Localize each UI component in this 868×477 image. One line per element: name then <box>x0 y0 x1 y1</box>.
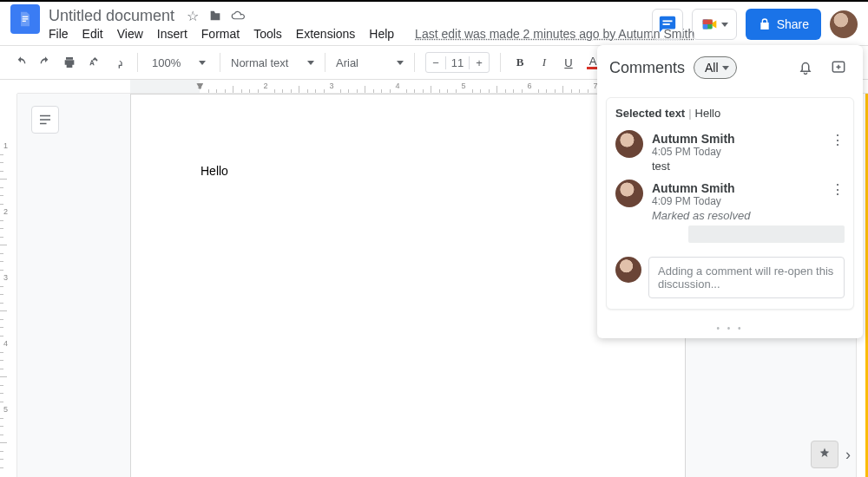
comment-time: 4:05 PM Today <box>652 146 845 158</box>
menu-view[interactable]: View <box>117 27 143 41</box>
comment-thread[interactable]: Selected text|Hello Autumn Smith 4:05 PM… <box>606 97 854 310</box>
bold-button[interactable]: B <box>511 50 529 75</box>
fontsize-stepper[interactable]: − 11 + <box>425 52 490 73</box>
fontsize-decrease[interactable]: − <box>426 53 445 72</box>
vertical-ruler[interactable]: 12345 <box>0 94 17 477</box>
menu-insert[interactable]: Insert <box>157 27 187 41</box>
menu-file[interactable]: File <box>49 27 69 41</box>
print-button[interactable] <box>61 50 78 75</box>
notifications-icon[interactable] <box>793 56 818 80</box>
share-label: Share <box>777 17 809 31</box>
reply-placeholder: Adding a comment will re-open this discu… <box>658 265 833 291</box>
explore-button[interactable] <box>811 441 838 468</box>
undo-button[interactable] <box>12 50 30 75</box>
underline-button[interactable]: U <box>560 50 577 75</box>
svg-rect-1 <box>23 18 29 19</box>
reply-avatar <box>615 257 641 283</box>
reply-input[interactable]: Adding a comment will re-open this discu… <box>648 257 845 298</box>
comments-filter-chip[interactable]: All <box>694 56 737 79</box>
fontsize-increase[interactable]: + <box>470 53 489 72</box>
svg-rect-3 <box>662 20 672 22</box>
comment-more-icon[interactable]: ⋮ <box>831 132 845 148</box>
zoom-dropdown[interactable]: 100% <box>148 56 209 69</box>
comment-time: 4:09 PM Today <box>652 195 845 207</box>
comment-author: Autumn Smith <box>652 181 845 195</box>
comment-more-icon[interactable]: ⋮ <box>831 181 845 198</box>
svg-rect-2 <box>23 21 26 22</box>
move-icon[interactable] <box>207 8 223 23</box>
menu-help[interactable]: Help <box>369 27 394 41</box>
comment-body: test <box>652 160 845 173</box>
redo-button[interactable] <box>36 50 54 75</box>
outline-toggle[interactable] <box>31 106 59 134</box>
comment-avatar <box>615 180 643 207</box>
comments-filter-value: All <box>705 61 719 75</box>
docs-logo[interactable] <box>10 4 40 34</box>
zoom-value: 100% <box>152 56 181 69</box>
star-icon[interactable]: ☆ <box>185 8 201 23</box>
comment-item: Autumn Smith 4:05 PM Today test ⋮ <box>615 128 845 178</box>
menu-tools[interactable]: Tools <box>253 27 282 41</box>
comment-author: Autumn Smith <box>652 132 845 146</box>
redacted-strip <box>688 225 845 243</box>
svg-rect-7 <box>702 20 712 25</box>
selected-text-label: Selected text <box>615 107 685 120</box>
comment-status: Marked as resolved <box>652 209 845 222</box>
font-value: Arial <box>336 56 358 69</box>
spellcheck-button[interactable] <box>85 50 102 75</box>
side-panel-toggle[interactable]: › <box>845 446 851 464</box>
fontsize-value[interactable]: 11 <box>445 56 470 69</box>
menu-extensions[interactable]: Extensions <box>296 27 355 41</box>
selected-text-value: Hello <box>695 107 721 120</box>
comment-item: Autumn Smith 4:09 PM Today Marked as res… <box>615 178 845 250</box>
styles-dropdown[interactable]: Normal text <box>231 56 314 69</box>
paint-format-button[interactable] <box>109 50 127 75</box>
menu-edit[interactable]: Edit <box>82 27 103 41</box>
comment-avatar <box>615 130 643 158</box>
selected-text-row: Selected text|Hello <box>615 107 845 120</box>
svg-rect-0 <box>23 16 29 17</box>
meet-button[interactable] <box>692 9 737 40</box>
panel-drag-handle[interactable]: • • • <box>597 322 863 338</box>
account-avatar[interactable] <box>830 10 858 38</box>
svg-rect-4 <box>662 23 669 25</box>
doc-body-text[interactable]: Hello <box>201 164 228 178</box>
share-button[interactable]: Share <box>746 9 821 40</box>
comments-title: Comments <box>609 59 685 77</box>
italic-button[interactable]: I <box>536 50 553 75</box>
menu-format[interactable]: Format <box>201 27 240 41</box>
open-comments-button[interactable] <box>652 9 683 40</box>
font-dropdown[interactable]: Arial <box>336 56 404 69</box>
new-comment-icon[interactable] <box>826 56 851 80</box>
style-value: Normal text <box>231 56 288 69</box>
doc-title[interactable]: Untitled document <box>49 7 174 25</box>
cloud-status-icon[interactable] <box>230 8 246 23</box>
comments-panel: Comments All Selected text|Hello Autumn … <box>597 45 863 338</box>
